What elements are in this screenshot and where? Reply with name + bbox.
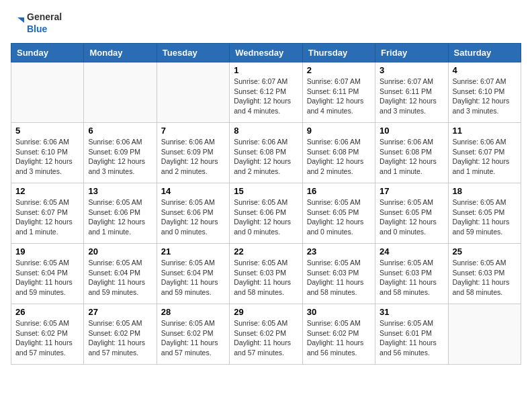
- day-info: Sunrise: 6:05 AMSunset: 6:04 PMDaylight:…: [161, 258, 225, 298]
- day-number: 16: [307, 186, 371, 196]
- day-cell: 9Sunrise: 6:06 AMSunset: 6:08 PMDaylight…: [302, 123, 375, 183]
- week-row-5: 26Sunrise: 6:05 AMSunset: 6:02 PMDayligh…: [11, 304, 521, 365]
- day-info: Sunrise: 6:05 AMSunset: 6:03 PMDaylight:…: [380, 258, 443, 298]
- day-number: 18: [453, 186, 517, 196]
- calendar-table: SundayMondayTuesdayWednesdayThursdayFrid…: [11, 43, 521, 365]
- logo-bird-icon: [11, 16, 24, 30]
- day-number: 14: [161, 186, 225, 196]
- day-number: 29: [234, 307, 298, 317]
- page-header: General Blue: [11, 11, 521, 35]
- day-number: 13: [88, 186, 152, 196]
- day-info: Sunrise: 6:06 AMSunset: 6:09 PMDaylight:…: [161, 137, 225, 177]
- weekday-header-sunday: Sunday: [11, 44, 84, 62]
- day-number: 9: [307, 126, 371, 136]
- day-info: Sunrise: 6:07 AMSunset: 6:11 PMDaylight:…: [307, 77, 371, 116]
- day-number: 5: [15, 126, 79, 136]
- day-number: 27: [88, 307, 152, 317]
- weekday-header-saturday: Saturday: [448, 44, 521, 62]
- day-cell: 30Sunrise: 6:05 AMSunset: 6:02 PMDayligh…: [302, 304, 375, 365]
- day-cell: 22Sunrise: 6:05 AMSunset: 6:03 PMDayligh…: [230, 244, 302, 304]
- day-number: 30: [307, 307, 371, 317]
- header-row: SundayMondayTuesdayWednesdayThursdayFrid…: [11, 44, 521, 62]
- day-info: Sunrise: 6:07 AMSunset: 6:10 PMDaylight:…: [453, 77, 517, 116]
- day-cell: 18Sunrise: 6:05 AMSunset: 6:05 PMDayligh…: [448, 183, 521, 244]
- day-cell: 26Sunrise: 6:05 AMSunset: 6:02 PMDayligh…: [11, 304, 84, 365]
- day-cell: 13Sunrise: 6:05 AMSunset: 6:06 PMDayligh…: [84, 183, 157, 244]
- day-number: 28: [161, 307, 225, 317]
- day-cell: 2Sunrise: 6:07 AMSunset: 6:11 PMDaylight…: [302, 62, 375, 123]
- day-number: 15: [234, 186, 298, 196]
- day-cell: 16Sunrise: 6:05 AMSunset: 6:05 PMDayligh…: [302, 183, 375, 244]
- day-cell: 15Sunrise: 6:05 AMSunset: 6:06 PMDayligh…: [230, 183, 302, 244]
- day-info: Sunrise: 6:05 AMSunset: 6:02 PMDaylight:…: [15, 318, 79, 358]
- day-cell: [157, 62, 229, 123]
- day-cell: 12Sunrise: 6:05 AMSunset: 6:07 PMDayligh…: [11, 183, 84, 244]
- day-cell: [84, 62, 157, 123]
- day-cell: 20Sunrise: 6:05 AMSunset: 6:04 PMDayligh…: [84, 244, 157, 304]
- day-cell: 7Sunrise: 6:06 AMSunset: 6:09 PMDaylight…: [157, 123, 229, 183]
- weekday-header-tuesday: Tuesday: [157, 44, 229, 62]
- day-info: Sunrise: 6:05 AMSunset: 6:07 PMDaylight:…: [15, 197, 79, 237]
- day-number: 19: [15, 246, 79, 257]
- day-info: Sunrise: 6:05 AMSunset: 6:05 PMDaylight:…: [453, 197, 517, 237]
- day-info: Sunrise: 6:06 AMSunset: 6:08 PMDaylight:…: [380, 137, 443, 177]
- day-number: 23: [307, 246, 371, 257]
- day-info: Sunrise: 6:07 AMSunset: 6:11 PMDaylight:…: [380, 77, 443, 116]
- day-cell: 3Sunrise: 6:07 AMSunset: 6:11 PMDaylight…: [375, 62, 448, 123]
- day-number: 3: [380, 65, 443, 75]
- day-info: Sunrise: 6:05 AMSunset: 6:05 PMDaylight:…: [380, 197, 443, 237]
- day-info: Sunrise: 6:05 AMSunset: 6:06 PMDaylight:…: [88, 197, 152, 237]
- day-info: Sunrise: 6:06 AMSunset: 6:08 PMDaylight:…: [307, 137, 371, 177]
- day-info: Sunrise: 6:05 AMSunset: 6:05 PMDaylight:…: [307, 197, 371, 237]
- day-cell: [11, 62, 84, 123]
- weekday-header-friday: Friday: [375, 44, 448, 62]
- day-info: Sunrise: 6:05 AMSunset: 6:02 PMDaylight:…: [234, 318, 298, 358]
- weekday-header-wednesday: Wednesday: [230, 44, 302, 62]
- day-cell: 5Sunrise: 6:06 AMSunset: 6:10 PMDaylight…: [11, 123, 84, 183]
- day-cell: 21Sunrise: 6:05 AMSunset: 6:04 PMDayligh…: [157, 244, 229, 304]
- day-cell: 23Sunrise: 6:05 AMSunset: 6:03 PMDayligh…: [302, 244, 375, 304]
- logo-text: General Blue: [27, 11, 62, 35]
- week-row-3: 12Sunrise: 6:05 AMSunset: 6:07 PMDayligh…: [11, 183, 521, 244]
- day-number: 26: [15, 307, 79, 317]
- day-cell: [448, 304, 521, 365]
- day-number: 20: [88, 246, 152, 257]
- day-info: Sunrise: 6:05 AMSunset: 6:01 PMDaylight:…: [380, 318, 443, 358]
- week-row-1: 1Sunrise: 6:07 AMSunset: 6:12 PMDaylight…: [11, 62, 521, 123]
- day-cell: 27Sunrise: 6:05 AMSunset: 6:02 PMDayligh…: [84, 304, 157, 365]
- day-cell: 24Sunrise: 6:05 AMSunset: 6:03 PMDayligh…: [375, 244, 448, 304]
- day-cell: 28Sunrise: 6:05 AMSunset: 6:02 PMDayligh…: [157, 304, 229, 365]
- day-info: Sunrise: 6:05 AMSunset: 6:04 PMDaylight:…: [88, 258, 152, 298]
- day-number: 17: [380, 186, 443, 196]
- day-number: 11: [453, 126, 517, 136]
- weekday-header-thursday: Thursday: [302, 44, 375, 62]
- day-number: 22: [234, 246, 298, 257]
- day-number: 2: [307, 65, 371, 75]
- day-number: 10: [380, 126, 443, 136]
- day-info: Sunrise: 6:05 AMSunset: 6:06 PMDaylight:…: [161, 197, 225, 237]
- day-cell: 17Sunrise: 6:05 AMSunset: 6:05 PMDayligh…: [375, 183, 448, 244]
- day-cell: 4Sunrise: 6:07 AMSunset: 6:10 PMDaylight…: [448, 62, 521, 123]
- logo: General Blue: [11, 11, 62, 35]
- day-cell: 31Sunrise: 6:05 AMSunset: 6:01 PMDayligh…: [375, 304, 448, 365]
- day-info: Sunrise: 6:05 AMSunset: 6:02 PMDaylight:…: [88, 318, 152, 358]
- day-info: Sunrise: 6:05 AMSunset: 6:03 PMDaylight:…: [234, 258, 298, 298]
- week-row-2: 5Sunrise: 6:06 AMSunset: 6:10 PMDaylight…: [11, 123, 521, 183]
- day-info: Sunrise: 6:05 AMSunset: 6:03 PMDaylight:…: [453, 258, 517, 298]
- day-cell: 29Sunrise: 6:05 AMSunset: 6:02 PMDayligh…: [230, 304, 302, 365]
- day-number: 24: [380, 246, 443, 257]
- day-number: 7: [161, 126, 225, 136]
- day-info: Sunrise: 6:05 AMSunset: 6:03 PMDaylight:…: [307, 258, 371, 298]
- day-number: 25: [453, 246, 517, 257]
- day-number: 4: [453, 65, 517, 75]
- day-info: Sunrise: 6:06 AMSunset: 6:08 PMDaylight:…: [234, 137, 298, 177]
- day-cell: 25Sunrise: 6:05 AMSunset: 6:03 PMDayligh…: [448, 244, 521, 304]
- day-info: Sunrise: 6:06 AMSunset: 6:10 PMDaylight:…: [15, 137, 79, 177]
- day-cell: 6Sunrise: 6:06 AMSunset: 6:09 PMDaylight…: [84, 123, 157, 183]
- day-number: 31: [380, 307, 443, 317]
- day-info: Sunrise: 6:06 AMSunset: 6:09 PMDaylight:…: [88, 137, 152, 177]
- day-info: Sunrise: 6:07 AMSunset: 6:12 PMDaylight:…: [234, 77, 298, 116]
- day-cell: 11Sunrise: 6:06 AMSunset: 6:07 PMDayligh…: [448, 123, 521, 183]
- day-info: Sunrise: 6:05 AMSunset: 6:06 PMDaylight:…: [234, 197, 298, 237]
- day-number: 21: [161, 246, 225, 257]
